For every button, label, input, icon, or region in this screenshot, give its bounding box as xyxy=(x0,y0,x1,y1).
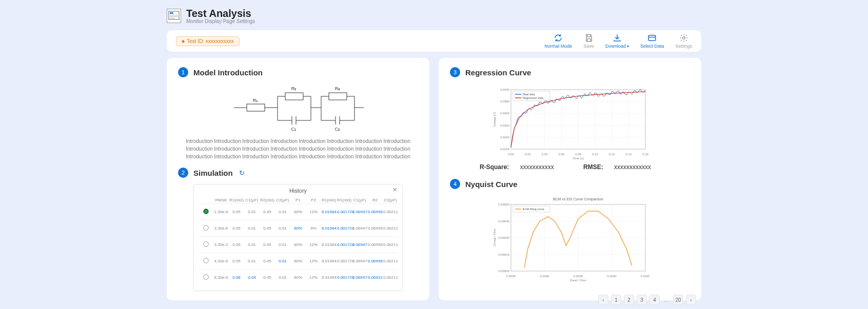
section-badge-1: 1 xyxy=(178,67,188,77)
svg-text:0.16: 0.16 xyxy=(642,153,648,156)
svg-rect-2 xyxy=(170,15,178,15)
history-row-radio[interactable] xyxy=(203,225,208,230)
page-3-button[interactable]: 3 xyxy=(637,295,647,305)
table-row[interactable]: 4.30e-60.050.010.450.0180%12%8.019840.00… xyxy=(198,253,398,270)
svg-text:0.04: 0.04 xyxy=(542,153,548,156)
save-icon xyxy=(584,33,594,43)
page-subtitle: Monitor Display Page Settings xyxy=(186,19,255,24)
svg-text:4.0320: 4.0320 xyxy=(500,112,510,115)
svg-text:0.00045: 0.00045 xyxy=(498,220,509,223)
svg-rect-1 xyxy=(170,12,173,14)
svg-text:-Zimag / Ohm: -Zimag / Ohm xyxy=(493,229,496,248)
section-badge-3: 3 xyxy=(450,67,460,77)
svg-text:R₁: R₁ xyxy=(253,98,259,103)
table-row[interactable]: 1.30e-60.050.010.450.0180%12%8.019840.00… xyxy=(198,204,398,220)
svg-text:Zreal / Ohm: Zreal / Ohm xyxy=(570,279,586,282)
history-row-radio[interactable] xyxy=(203,241,208,246)
app-logo-icon xyxy=(167,9,181,23)
svg-text:0.00000: 0.00000 xyxy=(498,270,509,273)
svg-text:ECM fitting curve: ECM fitting curve xyxy=(523,208,544,211)
svg-text:BCM vs EIS Curve Comparison: BCM vs EIS Curve Comparison xyxy=(553,197,603,201)
page-4-button[interactable]: 4 xyxy=(649,295,660,305)
svg-text:0.0030: 0.0030 xyxy=(540,275,549,278)
regression-metrics: R-Square: xxxxxxxxxxx RMSE: xxxxxxxxxxxx xyxy=(450,163,690,171)
regression-chart: 0.000.020.040.060.080.100.120.140.164.01… xyxy=(450,84,690,160)
section-badge-2: 2 xyxy=(178,168,188,178)
svg-text:4.0260: 4.0260 xyxy=(500,124,510,127)
svg-text:0.0040: 0.0040 xyxy=(607,275,617,278)
svg-text:C₁: C₁ xyxy=(291,127,297,132)
svg-text:Voltage (V): Voltage (V) xyxy=(493,112,496,127)
save-button[interactable]: Save xyxy=(583,33,594,49)
circuit-diagram: R₁ R₂ R₃ C₁ C₂ xyxy=(178,84,418,132)
refresh-icon xyxy=(554,33,563,43)
table-row[interactable]: 3.30e-20.050.010.450.0180%12%8.019840.00… xyxy=(198,237,398,253)
svg-text:0.14: 0.14 xyxy=(625,153,632,156)
svg-text:C₂: C₂ xyxy=(335,127,341,132)
toolbar: Test ID: xxxxxxxxxxx Normal Mode Save Do… xyxy=(167,30,701,52)
svg-text:4.0380: 4.0380 xyxy=(500,100,510,103)
svg-text:Regression data: Regression data xyxy=(523,96,544,99)
page-1-button[interactable]: 1 xyxy=(611,295,621,305)
download-button[interactable]: Download▾ xyxy=(605,33,629,49)
section-title-model: Model Introduction xyxy=(193,68,263,77)
section-badge-4: 4 xyxy=(450,179,460,189)
history-title: History xyxy=(289,188,307,194)
svg-rect-4 xyxy=(170,18,175,18)
svg-rect-3 xyxy=(170,16,178,17)
svg-rect-13 xyxy=(285,93,303,100)
page-last-button[interactable]: 20 xyxy=(673,295,683,305)
svg-text:0.02: 0.02 xyxy=(525,153,531,156)
history-row-radio[interactable] xyxy=(203,274,208,279)
svg-rect-5 xyxy=(648,35,656,41)
history-row-radio[interactable] xyxy=(203,258,208,263)
svg-rect-8 xyxy=(247,104,265,111)
pagination: ‹ 1 2 3 4 … 20 › xyxy=(598,295,696,305)
svg-text:0.00: 0.00 xyxy=(508,153,514,156)
svg-text:Time (s): Time (s) xyxy=(573,157,584,160)
select-data-button[interactable]: Select Data xyxy=(640,33,664,49)
chevron-down-icon: ▾ xyxy=(627,44,629,49)
history-row-radio[interactable] xyxy=(203,209,208,214)
download-icon xyxy=(613,33,622,43)
settings-button[interactable]: Settings xyxy=(675,33,692,49)
history-icon[interactable]: ↻ xyxy=(239,169,245,177)
svg-text:Real data: Real data xyxy=(523,93,535,96)
normal-mode-button[interactable]: Normal Mode xyxy=(544,33,572,49)
svg-text:0.06: 0.06 xyxy=(558,153,564,156)
svg-text:4.0200: 4.0200 xyxy=(500,136,510,139)
page-header: Test Analysis Monitor Display Page Setti… xyxy=(167,5,701,28)
history-panel: History ✕ RMSER1(mΩ)C1(μF)R2(mΩ)C2(μF)P1… xyxy=(193,184,403,291)
svg-text:0.12: 0.12 xyxy=(609,153,615,156)
svg-text:0.00060: 0.00060 xyxy=(498,203,509,206)
svg-text:4.0140: 4.0140 xyxy=(500,148,510,151)
nyquist-chart: BCM vs EIS Curve Comparison0.00250.00300… xyxy=(450,195,690,282)
page-next-button[interactable]: › xyxy=(686,295,696,305)
table-row[interactable]: 3.30e-60.050.010.450.0180%8%8.019840.001… xyxy=(198,220,398,237)
right-panel: 3 Regression Curve 0.000.020.040.060.080… xyxy=(439,58,701,300)
svg-text:0.00030: 0.00030 xyxy=(498,236,509,239)
page-title: Test Analysis xyxy=(186,8,255,19)
svg-text:0.08: 0.08 xyxy=(575,153,581,156)
test-id-badge: Test ID: xxxxxxxxxxx xyxy=(176,36,240,46)
svg-text:0.10: 0.10 xyxy=(592,153,598,156)
close-icon[interactable]: ✕ xyxy=(392,187,397,193)
table-row[interactable]: 8.30e-60.080.040.450.0180%12%8.019840.00… xyxy=(198,270,398,286)
page-ellipsis: … xyxy=(662,295,670,305)
section-title-regression: Regression Curve xyxy=(465,68,531,77)
page-prev-button[interactable]: ‹ xyxy=(598,295,608,305)
svg-point-6 xyxy=(682,37,685,39)
left-panel: 1 Model Introduction xyxy=(167,58,429,300)
svg-text:0.00015: 0.00015 xyxy=(498,253,509,256)
svg-text:0.0025: 0.0025 xyxy=(506,275,516,278)
svg-text:R₃: R₃ xyxy=(335,86,341,91)
intro-text: Introduction Introduction Introduction I… xyxy=(178,137,418,168)
history-table: RMSER1(mΩ)C1(μF)R2(mΩ)C2(μF)P1P2R1(mΩ)R1… xyxy=(198,197,398,285)
database-icon xyxy=(647,33,657,43)
svg-text:R₂: R₂ xyxy=(291,86,297,91)
svg-text:0.0045: 0.0045 xyxy=(641,275,649,278)
svg-text:0.0035: 0.0035 xyxy=(574,275,583,278)
svg-text:4.0440: 4.0440 xyxy=(500,88,510,91)
section-title-simulation: Simulation xyxy=(193,169,233,177)
page-2-button[interactable]: 2 xyxy=(624,295,634,305)
